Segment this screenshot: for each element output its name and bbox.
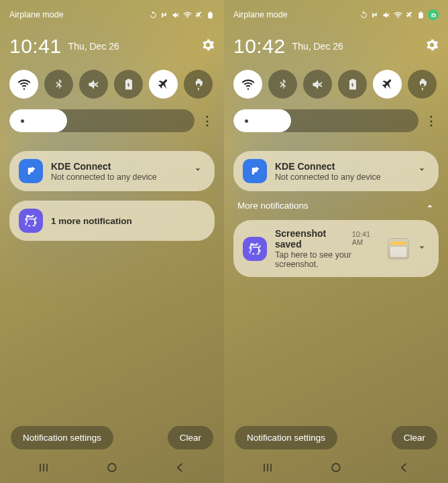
brightness-row: ⋮ — [233, 109, 439, 132]
notification-settings-button[interactable]: Notification settings — [235, 426, 337, 449]
settings-button[interactable] — [201, 38, 215, 54]
notification-body: KDE Connect Not connected to any device — [51, 161, 185, 182]
chevron-down-icon — [417, 165, 427, 174]
notification-settings-button[interactable]: Notification settings — [11, 426, 113, 449]
notification-title: KDE Connect — [51, 161, 185, 172]
expand-button[interactable] — [417, 165, 429, 177]
status-icons — [149, 11, 215, 19]
clock-time: 10:42 — [233, 35, 286, 58]
notification-thumbnail — [388, 238, 409, 260]
kde-icon — [19, 159, 43, 183]
bluetooth-icon — [52, 78, 66, 91]
chevron-up-icon — [425, 201, 435, 211]
mute-status-icon — [172, 11, 180, 19]
clock-row: 10:41 Thu, Dec 26 — [9, 35, 215, 58]
sync-icon — [359, 11, 368, 19]
system-navbar — [233, 456, 439, 483]
clock-date: Thu, Dec 26 — [292, 41, 343, 52]
clear-button[interactable]: Clear — [168, 426, 213, 449]
home-button[interactable] — [316, 461, 356, 474]
notification-body: 1 more notification — [51, 216, 205, 226]
brightness-icon — [241, 116, 251, 126]
gear-icon — [425, 38, 439, 52]
panel-left: Airplane mode 10:41 Thu, Dec 26 — [0, 0, 224, 483]
toggle-flashlight[interactable] — [408, 70, 437, 99]
notification-screenshot[interactable]: Screenshot saved 10:41 AM Tap here to se… — [233, 220, 439, 277]
panel-right: Airplane mode 10:42 Thu, Dec 26 — [224, 0, 448, 483]
notification-list: KDE Connect Not connected to any device … — [9, 151, 215, 241]
clock-row: 10:42 Thu, Dec 26 — [233, 35, 439, 58]
clear-button[interactable]: Clear — [392, 426, 437, 449]
notification-title: Screenshot saved — [275, 228, 347, 250]
wifi-icon — [17, 78, 31, 91]
bluetooth-icon — [276, 78, 290, 91]
expand-button[interactable] — [417, 243, 429, 255]
camera-icon — [431, 12, 437, 18]
footer-actions: Notification settings Clear — [233, 426, 439, 456]
notification-subtitle: Not connected to any device — [275, 172, 409, 182]
svg-point-7 — [332, 464, 340, 472]
screenshot-icon — [19, 209, 43, 233]
toggle-airplane[interactable] — [149, 70, 178, 99]
recents-button[interactable] — [247, 461, 288, 474]
toggle-battery-saver[interactable] — [114, 70, 143, 99]
back-button[interactable] — [384, 461, 425, 474]
battery-saver-icon — [346, 78, 359, 91]
screenshot-icon — [243, 237, 267, 261]
status-bar: Airplane mode — [233, 7, 439, 23]
toggle-mute[interactable] — [303, 70, 332, 99]
brightness-menu-button[interactable]: ⋮ — [199, 113, 215, 128]
camera-indicator — [428, 9, 439, 20]
airplane-icon — [157, 78, 170, 91]
svg-rect-5 — [418, 12, 423, 18]
brightness-slider[interactable] — [233, 109, 418, 132]
toggle-bluetooth[interactable] — [268, 70, 297, 99]
airplane-icon — [381, 78, 394, 91]
nfc-icon — [160, 11, 169, 19]
wifi-status-icon — [394, 11, 402, 19]
status-icons — [359, 9, 439, 20]
expand-button[interactable] — [193, 165, 205, 177]
wifi-icon — [241, 78, 255, 91]
notification-body: KDE Connect Not connected to any device — [275, 161, 409, 182]
sync-icon — [149, 11, 158, 19]
more-notifications-header[interactable]: More notifications — [233, 201, 439, 211]
wifi-status-icon — [183, 11, 192, 19]
airplane-status-icon — [405, 11, 414, 19]
status-bar: Airplane mode — [9, 7, 215, 23]
recents-button[interactable] — [23, 461, 64, 474]
notification-summary: 1 more notification — [51, 216, 205, 226]
brightness-fill — [9, 109, 67, 132]
svg-rect-6 — [420, 11, 421, 13]
chevron-down-icon — [417, 243, 427, 252]
brightness-slider[interactable] — [9, 109, 194, 132]
mute-icon — [311, 78, 325, 91]
clock-time: 10:41 — [9, 35, 62, 58]
notification-kde[interactable]: KDE Connect Not connected to any device — [9, 151, 215, 191]
chevron-down-icon — [193, 165, 203, 174]
home-button[interactable] — [92, 461, 132, 474]
svg-rect-3 — [209, 11, 211, 13]
toggle-airplane[interactable] — [373, 70, 402, 99]
notification-list: KDE Connect Not connected to any device … — [233, 151, 439, 277]
toggle-bluetooth[interactable] — [44, 70, 73, 99]
toggle-flashlight[interactable] — [184, 70, 213, 99]
battery-saver-icon — [122, 78, 135, 91]
flashlight-icon — [416, 78, 429, 91]
toggle-wifi[interactable] — [233, 70, 262, 99]
notification-kde[interactable]: KDE Connect Not connected to any device — [233, 151, 439, 191]
toggle-mute[interactable] — [79, 70, 108, 99]
back-button[interactable] — [160, 461, 201, 474]
flashlight-icon — [192, 78, 205, 91]
notification-time: 10:41 AM — [352, 230, 380, 246]
settings-button[interactable] — [425, 38, 439, 54]
notification-more[interactable]: 1 more notification — [9, 201, 215, 241]
section-title: More notifications — [237, 201, 309, 211]
notification-subtitle: Not connected to any device — [51, 172, 185, 182]
kde-icon — [243, 159, 267, 183]
toggle-battery-saver[interactable] — [338, 70, 367, 99]
nfc-icon — [371, 11, 380, 19]
toggle-wifi[interactable] — [9, 70, 38, 99]
brightness-icon — [17, 116, 27, 126]
brightness-menu-button[interactable]: ⋮ — [423, 113, 439, 128]
